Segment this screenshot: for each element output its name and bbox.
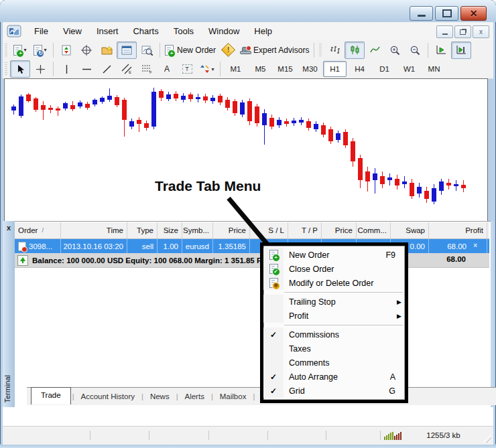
terminal-toggle-button[interactable] xyxy=(117,42,137,59)
candle xyxy=(410,179,414,199)
menu-item-comments[interactable]: Comments xyxy=(263,356,405,370)
fibonacci-tool-button[interactable]: F xyxy=(137,60,157,78)
trendline-tool-button[interactable] xyxy=(97,60,117,78)
menu-tools[interactable]: Tools xyxy=(166,23,201,40)
tab-news[interactable]: News xyxy=(143,389,176,404)
candle xyxy=(144,121,149,131)
bar-chart-mode-button[interactable] xyxy=(324,42,345,59)
text-tool-button[interactable]: A xyxy=(157,60,177,78)
timeframe-m5-button[interactable]: M5 xyxy=(249,61,272,77)
zoom-out-button[interactable] xyxy=(405,42,425,59)
timeframe-m1-button[interactable]: M1 xyxy=(224,61,247,77)
close-order-x-icon[interactable]: × xyxy=(473,242,477,249)
cursor-icon xyxy=(16,64,25,74)
horizontal-line-tool-button[interactable] xyxy=(76,60,97,78)
timeframe-w1-button[interactable]: W1 xyxy=(397,61,421,77)
menu-item-close-order[interactable]: ✓Close Order xyxy=(263,262,405,276)
navigator-button[interactable] xyxy=(97,42,117,59)
menu-item-profit[interactable]: Profit▶ xyxy=(263,309,405,323)
arrows-tool-button[interactable]: ▾ xyxy=(197,60,217,78)
menu-insert[interactable]: Insert xyxy=(89,23,126,40)
line-chart-mode-button[interactable] xyxy=(365,42,385,59)
metaeditor-button[interactable]: ! xyxy=(218,42,238,59)
timeframe-m15-button[interactable]: M15 xyxy=(273,61,297,77)
column-header-profit[interactable]: Profit xyxy=(429,222,487,238)
doc-plus-icon: + xyxy=(263,248,284,262)
timeframe-mn-button[interactable]: MN xyxy=(422,61,446,77)
timeframe-m30-button[interactable]: M30 xyxy=(298,61,322,77)
tab-alerts[interactable]: Alerts xyxy=(178,389,211,404)
order-cell-profit: 68.00 xyxy=(429,239,487,253)
auto-scroll-button[interactable] xyxy=(431,42,451,59)
chart-area[interactable] xyxy=(4,78,488,222)
resize-grip[interactable] xyxy=(483,434,491,443)
menu-item-new-order[interactable]: +New OrderF9 xyxy=(263,248,405,262)
menu-item-auto-arrange[interactable]: ✓Auto ArrangeA xyxy=(263,370,405,384)
market-watch-button[interactable] xyxy=(56,42,76,59)
timeframe-h1-button[interactable]: H1 xyxy=(323,61,347,77)
menu-item-trailing-stop[interactable]: Trailing Stop▶ xyxy=(263,295,405,309)
candle xyxy=(321,123,326,137)
terminal-close-button[interactable]: x xyxy=(4,223,13,232)
zoom-in-button[interactable] xyxy=(385,42,405,59)
candle xyxy=(122,98,127,137)
chevron-down-icon: ▾ xyxy=(44,47,46,53)
child-restore-button[interactable] xyxy=(454,25,471,38)
crosshair-tool-button[interactable] xyxy=(30,60,50,78)
candle xyxy=(262,109,267,145)
strategy-tester-button[interactable] xyxy=(137,42,157,59)
candle xyxy=(424,187,429,203)
order-row[interactable]: 3098...2013.10.16 03:20sell1.00eurusd1.3… xyxy=(15,239,489,253)
profiles-button[interactable]: ↻ ▾ xyxy=(30,42,50,59)
cursor-tool-button[interactable] xyxy=(10,60,30,78)
new-order-button[interactable]: + New Order xyxy=(163,42,218,59)
menu-view[interactable]: View xyxy=(56,23,89,40)
child-close-button[interactable]: x xyxy=(473,25,489,38)
column-header-price[interactable]: Price xyxy=(213,222,250,238)
tab-account-history[interactable]: Account History xyxy=(74,389,141,404)
column-header-s-l[interactable]: S / L xyxy=(250,222,288,238)
menu-file[interactable]: File xyxy=(27,23,56,40)
column-header-time[interactable]: Time xyxy=(61,222,127,238)
vertical-line-tool-button[interactable] xyxy=(56,60,76,78)
window-minimize-button[interactable] xyxy=(410,6,433,21)
orders-table-header: Order/TimeTypeSizeSymb...PriceS / LT / P… xyxy=(15,222,489,239)
menu-item-commissions[interactable]: ✓Commissions xyxy=(263,327,405,342)
equidistant-channel-tool-button[interactable]: E xyxy=(117,60,137,78)
new-chart-button[interactable]: + ▾ xyxy=(10,42,30,59)
column-header-swap[interactable]: Swap xyxy=(391,222,429,238)
column-header-type[interactable]: Type xyxy=(127,222,158,238)
candlestick-mode-button[interactable] xyxy=(345,42,365,59)
menu-charts[interactable]: Charts xyxy=(125,23,166,40)
child-minimize-button[interactable] xyxy=(436,25,453,38)
folder-star-icon xyxy=(101,45,113,55)
data-window-button[interactable] xyxy=(76,42,97,59)
window-maximize-button[interactable] xyxy=(435,6,458,21)
expert-advisors-button[interactable]: Expert Advisors xyxy=(238,42,311,59)
column-header-comm[interactable]: Comm... xyxy=(357,222,391,238)
column-header-t-p[interactable]: T / P xyxy=(288,222,322,238)
tab-trade[interactable]: Trade xyxy=(31,387,71,404)
toolbar-drag-handle[interactable] xyxy=(5,44,7,57)
column-header-symb[interactable]: Symb... xyxy=(182,222,213,238)
menu-item-taxes[interactable]: Taxes xyxy=(263,342,405,356)
menu-item-modify-or-delete-order[interactable]: ✱Modify or Delete Order xyxy=(263,276,405,290)
tab-mailbox[interactable]: Mailbox xyxy=(213,389,253,404)
menu-item-grid[interactable]: ✓GridG xyxy=(263,384,405,398)
chart-shift-button[interactable] xyxy=(451,42,471,59)
candle xyxy=(100,96,105,104)
column-header-order[interactable]: Order/ xyxy=(15,222,61,238)
channel-icon: E xyxy=(121,64,133,74)
candle xyxy=(240,100,245,117)
column-header-size[interactable]: Size xyxy=(158,222,182,238)
toolbar-drag-handle[interactable] xyxy=(319,44,322,57)
window-close-button[interactable]: ✕ xyxy=(460,6,487,21)
column-header-price[interactable]: Price xyxy=(322,222,357,238)
timeframe-d1-button[interactable]: D1 xyxy=(373,61,396,77)
menu-item-label: New Order xyxy=(284,250,385,260)
toolbar-drag-handle[interactable] xyxy=(5,62,7,76)
menu-window[interactable]: Window xyxy=(201,23,247,40)
text-label-tool-button[interactable]: T xyxy=(177,60,197,78)
menu-help[interactable]: Help xyxy=(247,23,280,40)
timeframe-h4-button[interactable]: H4 xyxy=(348,61,371,77)
